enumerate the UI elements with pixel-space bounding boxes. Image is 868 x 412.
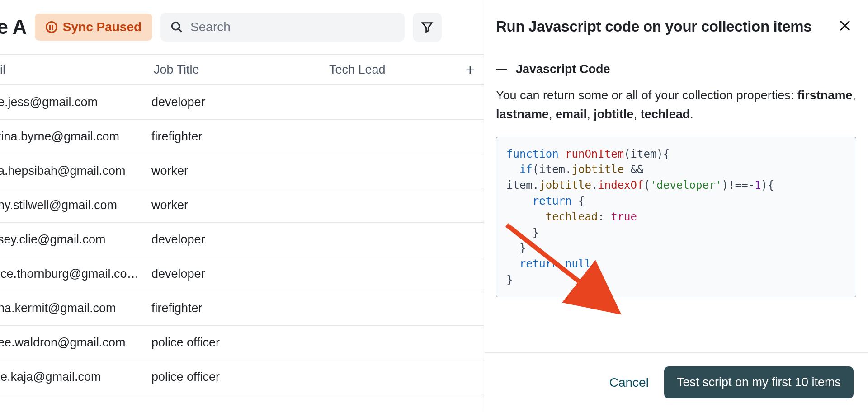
search-input-wrap[interactable] — [160, 13, 405, 42]
table-row[interactable]: ice.thornburg@gmail.co…developer — [0, 257, 484, 291]
sync-status-label: Sync Paused — [63, 20, 142, 34]
cell-jobtitle[interactable]: police officer — [151, 370, 327, 384]
panel-description: You can return some or all of your colle… — [496, 86, 856, 124]
cell-email[interactable]: sey.clie@gmail.com — [0, 233, 151, 247]
section-header[interactable]: Javascript Code — [496, 62, 856, 76]
table-row[interactable]: a.hepsibah@gmail.comworker — [0, 154, 484, 188]
cell-jobtitle[interactable]: worker — [151, 164, 327, 178]
cell-email[interactable]: ny.stilwell@gmail.com — [0, 198, 151, 212]
table-row[interactable]: e.jess@gmail.comdeveloper — [0, 85, 484, 120]
cell-jobtitle[interactable]: police officer — [151, 336, 327, 350]
table-row[interactable]: tina.byrne@gmail.comfirefighter — [0, 120, 484, 154]
cell-jobtitle[interactable]: firefighter — [151, 301, 327, 315]
table-row[interactable]: ee.waldron@gmail.compolice officer — [0, 326, 484, 360]
cell-email[interactable]: a.hepsibah@gmail.com — [0, 164, 151, 178]
column-techlead[interactable]: Tech Lead — [329, 63, 457, 77]
table-row[interactable]: sey.clie@gmail.comdeveloper — [0, 223, 484, 257]
cancel-button[interactable]: Cancel — [609, 375, 649, 390]
table-row[interactable]: ie.kaja@gmail.compolice officer — [0, 360, 484, 394]
cell-email[interactable]: ie.kaja@gmail.com — [0, 370, 151, 384]
panel-header: Run Javascript code on your collection i… — [484, 0, 868, 44]
cell-jobtitle[interactable]: developer — [151, 233, 327, 247]
cell-jobtitle[interactable]: developer — [151, 95, 327, 109]
code-editor[interactable]: function runOnItem(item){ if(item.jobtit… — [496, 137, 856, 297]
data-table: il Job Title Tech Lead + e.jess@gmail.co… — [0, 54, 484, 412]
column-jobtitle[interactable]: Job Title — [154, 63, 329, 77]
main-area: ile A Sync Paused il Job Title Tech Lead… — [0, 0, 484, 412]
file-title: ile A — [0, 16, 27, 38]
search-input[interactable] — [190, 20, 395, 34]
cell-email[interactable]: ice.thornburg@gmail.co… — [0, 267, 151, 281]
cell-jobtitle[interactable]: worker — [151, 198, 327, 212]
cell-jobtitle[interactable]: developer — [151, 267, 327, 281]
test-script-button[interactable]: Test script on my first 10 items — [664, 366, 854, 398]
panel-body: Javascript Code You can return some or a… — [484, 44, 868, 352]
column-email[interactable]: il — [0, 63, 154, 77]
funnel-icon — [421, 21, 434, 33]
search-icon — [170, 21, 183, 33]
collapse-icon — [496, 69, 507, 70]
cell-jobtitle[interactable]: firefighter — [151, 130, 327, 144]
table-row[interactable]: ny.stilwell@gmail.comworker — [0, 188, 484, 223]
table-header: il Job Title Tech Lead + — [0, 55, 484, 85]
filter-button[interactable] — [413, 13, 442, 42]
section-title: Javascript Code — [516, 62, 610, 76]
cell-email[interactable]: e.jess@gmail.com — [0, 95, 151, 109]
sync-status-badge[interactable]: Sync Paused — [35, 14, 152, 41]
svg-line-1 — [179, 29, 181, 32]
add-column-button[interactable]: + — [457, 61, 484, 79]
panel-footer: Cancel Test script on my first 10 items — [484, 352, 868, 412]
toolbar: ile A Sync Paused — [0, 0, 484, 54]
cell-email[interactable]: ee.waldron@gmail.com — [0, 336, 151, 350]
table-row[interactable]: na.kermit@gmail.comfirefighter — [0, 291, 484, 326]
close-panel-button[interactable] — [838, 19, 852, 34]
svg-point-0 — [172, 23, 179, 30]
side-panel: Run Javascript code on your collection i… — [484, 0, 868, 412]
close-icon — [838, 19, 852, 33]
pause-icon — [46, 21, 57, 33]
panel-title: Run Javascript code on your collection i… — [496, 18, 811, 35]
cell-email[interactable]: tina.byrne@gmail.com — [0, 130, 151, 144]
cell-email[interactable]: na.kermit@gmail.com — [0, 301, 151, 315]
